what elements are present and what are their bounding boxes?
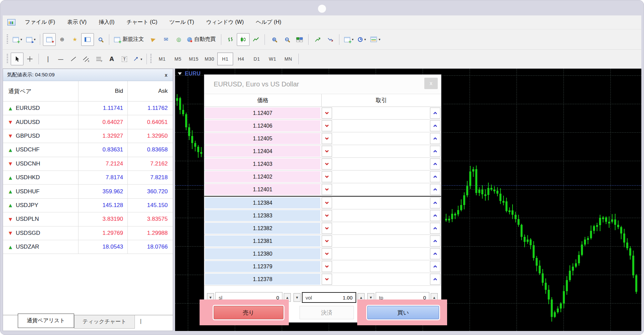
dom-price-ask[interactable]: 1.12401 bbox=[205, 184, 320, 195]
bar-chart-button[interactable] bbox=[224, 33, 237, 46]
strategy-tester-button[interactable] bbox=[94, 33, 107, 46]
quote-row-GBPUSD[interactable]: ▼GBPUSD1.329271.32950 bbox=[3, 129, 173, 143]
data-window-button[interactable]: ⊕ bbox=[56, 33, 68, 46]
dom-price-ask[interactable]: 1.12407 bbox=[205, 108, 320, 119]
cursor-tool-button[interactable] bbox=[11, 53, 23, 65]
timeframe-W1[interactable]: W1 bbox=[265, 53, 280, 65]
buy-button[interactable]: 買い bbox=[367, 306, 439, 319]
timeframe-MN[interactable]: MN bbox=[280, 53, 296, 65]
buy-arrow-button[interactable] bbox=[430, 261, 440, 272]
zoom-in-button[interactable]: + bbox=[268, 33, 280, 46]
sell-arrow-button[interactable] bbox=[322, 146, 332, 157]
timeframe-M30[interactable]: M30 bbox=[202, 53, 217, 65]
quote-row-USDJPY[interactable]: ▲USDJPY145.128145.150 bbox=[3, 199, 173, 212]
sell-arrow-button[interactable] bbox=[322, 158, 332, 170]
market-scanner-button[interactable]: ◎ bbox=[172, 33, 185, 46]
buy-arrow-button[interactable] bbox=[430, 184, 440, 195]
dom-price-bid[interactable]: 1.12382 bbox=[205, 223, 320, 234]
quote-row-USDHUF[interactable]: ▲USDHUF359.962360.720 bbox=[3, 185, 173, 198]
dom-price-bid[interactable]: 1.12381 bbox=[205, 236, 320, 247]
buy-arrow-button[interactable] bbox=[430, 108, 440, 119]
dom-price-ask[interactable]: 1.12404 bbox=[205, 146, 320, 157]
dom-price-bid[interactable]: 1.12378 bbox=[205, 274, 320, 285]
quote-row-AUDUSD[interactable]: ▼AUDUSD0.640270.64051 bbox=[3, 115, 173, 129]
buy-arrow-button[interactable] bbox=[430, 146, 440, 157]
close-position-button[interactable]: 決済 bbox=[300, 306, 354, 319]
dom-price-bid[interactable]: 1.12379 bbox=[205, 261, 320, 272]
column-header-bid[interactable]: Bid bbox=[78, 81, 128, 101]
toolbar-drag-handle[interactable] bbox=[7, 54, 8, 64]
profiles-button[interactable]: ▸▾ bbox=[24, 33, 38, 46]
crosshair-tool-button[interactable] bbox=[23, 53, 36, 65]
sell-arrow-button[interactable] bbox=[322, 108, 332, 119]
add-indicator-dropdown[interactable]: +▾ bbox=[342, 33, 356, 46]
column-header-symbol[interactable]: 通貨ペア bbox=[3, 81, 78, 101]
objects-list-button[interactable] bbox=[324, 33, 337, 46]
dom-price-ask[interactable]: 1.12402 bbox=[205, 171, 320, 182]
text-label-tool[interactable]: T bbox=[118, 53, 131, 65]
vertical-line-tool[interactable]: | bbox=[42, 53, 54, 65]
timeframe-M1[interactable]: M1 bbox=[154, 53, 170, 65]
text-tool[interactable]: A bbox=[105, 53, 118, 65]
terminal-toggle[interactable] bbox=[81, 33, 94, 46]
tab-tick-chart[interactable]: ティックチャート bbox=[74, 315, 135, 329]
dom-price-ask[interactable]: 1.12403 bbox=[205, 158, 320, 170]
quote-row-USDCNH[interactable]: ▼USDCNH7.21247.2162 bbox=[3, 157, 173, 171]
menu-item-window[interactable]: ウィンドウ (W) bbox=[200, 16, 250, 28]
quote-row-USDZAR[interactable]: ▲USDZAR18.054318.0766 bbox=[3, 240, 173, 254]
menu-item-view[interactable]: 表示 (V) bbox=[61, 16, 93, 28]
buy-arrow-button[interactable] bbox=[430, 210, 440, 221]
dom-price-ask[interactable]: 1.12406 bbox=[205, 120, 320, 131]
sell-arrow-button[interactable] bbox=[322, 223, 332, 234]
timeframe-M15[interactable]: M15 bbox=[186, 53, 202, 65]
buy-arrow-button[interactable] bbox=[430, 223, 440, 234]
sell-arrow-button[interactable] bbox=[322, 197, 332, 208]
timeframe-H4[interactable]: H4 bbox=[233, 53, 249, 65]
menu-item-tools[interactable]: ツール (T) bbox=[163, 16, 200, 28]
horizontal-line-tool[interactable]: — bbox=[54, 53, 67, 65]
new-chart-button[interactable]: +▾ bbox=[11, 33, 24, 46]
close-icon[interactable]: x bbox=[424, 78, 438, 89]
toolbar-drag-handle[interactable] bbox=[150, 54, 152, 64]
dom-price-bid[interactable]: 1.12384 bbox=[205, 197, 320, 208]
vol-field[interactable]: vol1.00 bbox=[302, 292, 356, 303]
buy-arrow-button[interactable] bbox=[430, 274, 440, 285]
buy-arrow-button[interactable] bbox=[430, 248, 440, 259]
column-header-ask[interactable]: Ask bbox=[128, 81, 173, 101]
autotrading-button[interactable]: 自動売買 bbox=[185, 33, 219, 46]
fibonacci-tool[interactable]: F bbox=[93, 53, 105, 65]
sell-arrow-button[interactable] bbox=[322, 236, 332, 247]
trendline-tool[interactable] bbox=[67, 53, 80, 65]
menu-item-file[interactable]: ファイル (F) bbox=[19, 16, 61, 28]
sell-arrow-button[interactable] bbox=[322, 248, 332, 259]
spinner-decrement-button[interactable]: ▼ bbox=[293, 293, 301, 302]
navigator-button[interactable]: ★ bbox=[68, 33, 81, 46]
sell-arrow-button[interactable] bbox=[322, 133, 332, 144]
quote-row-USDSGD[interactable]: ▼USDSGD1.297691.29988 bbox=[3, 226, 173, 240]
sell-arrow-button[interactable] bbox=[322, 210, 332, 221]
market-watch-toggle[interactable]: ▾ bbox=[43, 33, 56, 46]
buy-arrow-button[interactable] bbox=[430, 158, 440, 170]
quote-row-USDPLN[interactable]: ▼USDPLN3.831903.83575 bbox=[3, 212, 173, 226]
buy-arrow-button[interactable] bbox=[430, 236, 440, 247]
buy-arrow-button[interactable] bbox=[430, 171, 440, 182]
dom-price-ask[interactable]: 1.12405 bbox=[205, 133, 320, 144]
period-dropdown[interactable]: ▾ bbox=[356, 33, 368, 46]
timeframe-M5[interactable]: M5 bbox=[170, 53, 186, 65]
quote-row-EURUSD[interactable]: ▲EURUSD1.117411.11762 bbox=[3, 102, 173, 115]
template-dropdown[interactable]: ▾ bbox=[368, 33, 382, 46]
sell-button[interactable]: 売り bbox=[214, 306, 283, 319]
menu-item-charts[interactable]: チャート (C) bbox=[120, 16, 163, 28]
dom-price-bid[interactable]: 1.12383 bbox=[205, 210, 320, 221]
line-chart-button[interactable] bbox=[250, 33, 262, 46]
sell-arrow-button[interactable] bbox=[322, 261, 332, 272]
sell-arrow-button[interactable] bbox=[322, 184, 332, 195]
timeframe-H1[interactable]: H1 bbox=[217, 53, 233, 65]
sell-arrow-button[interactable] bbox=[322, 120, 332, 131]
buy-arrow-button[interactable] bbox=[430, 133, 440, 144]
quote-row-USDHKD[interactable]: ▲USDHKD7.81747.8218 bbox=[3, 171, 173, 185]
tile-windows-button[interactable] bbox=[293, 33, 306, 46]
buy-arrow-button[interactable] bbox=[430, 120, 440, 131]
menu-item-help[interactable]: ヘルプ (H) bbox=[250, 16, 287, 28]
timeframe-D1[interactable]: D1 bbox=[249, 53, 265, 65]
